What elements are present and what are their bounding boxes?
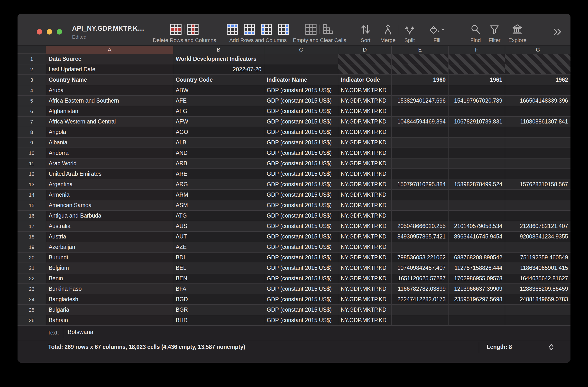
cell-B4[interactable]: ABW — [173, 85, 264, 96]
cell-C20[interactable]: GDP (constant 2015 US$) — [264, 252, 338, 263]
cell-A26[interactable]: Bahrain — [46, 315, 173, 326]
column-header-D[interactable]: D — [338, 46, 392, 55]
add-column-left-icon[interactable] — [261, 24, 272, 35]
cell-B25[interactable]: BGR — [173, 305, 264, 315]
cell-D16[interactable]: NY.GDP.MKTP.KD — [338, 211, 392, 221]
cell-E18[interactable]: 84930957865.7421 — [392, 232, 449, 242]
cell-F23[interactable]: 1213966637.39909 — [449, 284, 505, 294]
cell-D2[interactable] — [338, 64, 392, 75]
column-header-C[interactable]: C — [264, 46, 338, 55]
empty-cells-icon[interactable] — [305, 24, 317, 35]
row-number-9[interactable]: 9 — [18, 137, 46, 148]
cell-A12[interactable]: United Arab Emirates — [46, 169, 173, 179]
row-number-5[interactable]: 5 — [18, 96, 46, 106]
row-number-10[interactable]: 10 — [18, 148, 46, 158]
cell-G24[interactable]: 24881849659.0783 — [505, 294, 570, 305]
cell-F11[interactable] — [449, 158, 505, 169]
cell-D7[interactable]: NY.GDP.MKTP.KD — [338, 117, 392, 127]
cell-D4[interactable]: NY.GDP.MKTP.KD — [338, 85, 392, 96]
cell-G14[interactable] — [505, 190, 570, 200]
cell-E25[interactable] — [392, 305, 449, 315]
cell-D10[interactable]: NY.GDP.MKTP.KD — [338, 148, 392, 158]
row-number-24[interactable]: 24 — [18, 294, 46, 305]
cell-F10[interactable] — [449, 148, 505, 158]
cell-A6[interactable]: Afghanistan — [46, 106, 173, 117]
cell-C10[interactable]: GDP (constant 2015 US$) — [264, 148, 338, 158]
cell-A7[interactable]: Africa Western and Central — [46, 117, 173, 127]
explore-button[interactable]: Explore — [508, 23, 527, 43]
cell-A17[interactable]: Australia — [46, 221, 173, 232]
length-stepper[interactable] — [548, 343, 554, 352]
row-number-22[interactable]: 22 — [18, 273, 46, 284]
cell-F13[interactable]: 158982878499.524 — [449, 179, 505, 190]
cell-A19[interactable]: Azerbaijan — [46, 242, 173, 252]
cell-B22[interactable]: BEN — [173, 273, 264, 284]
cell-B7[interactable]: AFW — [173, 117, 264, 127]
cell-D13[interactable]: NY.GDP.MKTP.KD — [338, 179, 392, 190]
row-number-19[interactable]: 19 — [18, 242, 46, 252]
cell-E9[interactable] — [392, 137, 449, 148]
cell-D23[interactable]: NY.GDP.MKTP.KD — [338, 284, 392, 294]
cell-E21[interactable]: 107409842457.407 — [392, 263, 449, 273]
cell-C18[interactable]: GDP (constant 2015 US$) — [264, 232, 338, 242]
cell-F21[interactable]: 112757158826.444 — [449, 263, 505, 273]
cell-G25[interactable] — [505, 305, 570, 315]
cell-D20[interactable]: NY.GDP.MKTP.KD — [338, 252, 392, 263]
cell-G9[interactable] — [505, 137, 570, 148]
cell-F12[interactable] — [449, 169, 505, 179]
cell-A4[interactable]: Aruba — [46, 85, 173, 96]
column-header-B[interactable]: B — [173, 46, 264, 55]
cell-E2[interactable] — [392, 64, 449, 75]
cell-F8[interactable] — [449, 127, 505, 137]
row-number-7[interactable]: 7 — [18, 117, 46, 127]
row-number-16[interactable]: 16 — [18, 211, 46, 221]
cell-B24[interactable]: BGD — [173, 294, 264, 305]
cell-C26[interactable]: GDP (constant 2015 US$) — [264, 315, 338, 326]
cell-C15[interactable]: GDP (constant 2015 US$) — [264, 200, 338, 211]
cell-G4[interactable] — [505, 85, 570, 96]
sort-button[interactable]: Sort — [360, 23, 371, 43]
cell-B3[interactable]: Country Code — [173, 75, 264, 85]
cell-C3[interactable]: Indicator Name — [264, 75, 338, 85]
add-column-right-icon[interactable] — [278, 24, 289, 35]
cell-A9[interactable]: Albania — [46, 137, 173, 148]
cell-B5[interactable]: AFE — [173, 96, 264, 106]
find-button[interactable]: Find — [470, 23, 481, 43]
cell-F6[interactable] — [449, 106, 505, 117]
inspector-value[interactable]: Botswana — [68, 329, 93, 335]
cell-C7[interactable]: GDP (constant 2015 US$) — [264, 117, 338, 127]
cell-E5[interactable]: 153829401247.696 — [392, 96, 449, 106]
cell-A18[interactable]: Austria — [46, 232, 173, 242]
cell-E6[interactable] — [392, 106, 449, 117]
cell-C5[interactable]: GDP (constant 2015 US$) — [264, 96, 338, 106]
cell-B17[interactable]: AUS — [173, 221, 264, 232]
column-header-F[interactable]: F — [449, 46, 505, 55]
cell-B16[interactable]: ATG — [173, 211, 264, 221]
cell-G11[interactable] — [505, 158, 570, 169]
cell-G17[interactable]: 212860782121.407 — [505, 221, 570, 232]
row-number-26[interactable]: 26 — [18, 315, 46, 326]
row-number-2[interactable]: 2 — [18, 64, 46, 75]
cell-A16[interactable]: Antigua and Barbuda — [46, 211, 173, 221]
row-number-3[interactable]: 3 — [18, 75, 46, 85]
cell-G22[interactable]: 1644635642.81627 — [505, 273, 570, 284]
split-button[interactable]: Split — [404, 23, 415, 43]
row-number-20[interactable]: 20 — [18, 252, 46, 263]
cell-F14[interactable] — [449, 190, 505, 200]
cell-F24[interactable]: 23595196297.5698 — [449, 294, 505, 305]
close-button[interactable] — [37, 29, 42, 35]
cell-B2[interactable]: 2022-07-20 — [173, 64, 264, 75]
cell-A22[interactable]: Benin — [46, 273, 173, 284]
cell-B6[interactable]: AFG — [173, 106, 264, 117]
cell-G8[interactable] — [505, 127, 570, 137]
cell-D5[interactable]: NY.GDP.MKTP.KD — [338, 96, 392, 106]
cell-G23[interactable]: 1288368209.86459 — [505, 284, 570, 294]
cell-E23[interactable]: 1166782782.03899 — [392, 284, 449, 294]
cell-D17[interactable]: NY.GDP.MKTP.KD — [338, 221, 392, 232]
cell-E10[interactable] — [392, 148, 449, 158]
cell-A21[interactable]: Belgium — [46, 263, 173, 273]
cell-G7[interactable]: 110808861307.841 — [505, 117, 570, 127]
cell-G5[interactable]: 166504148339.396 — [505, 96, 570, 106]
cell-E14[interactable] — [392, 190, 449, 200]
cell-A13[interactable]: Argentina — [46, 179, 173, 190]
